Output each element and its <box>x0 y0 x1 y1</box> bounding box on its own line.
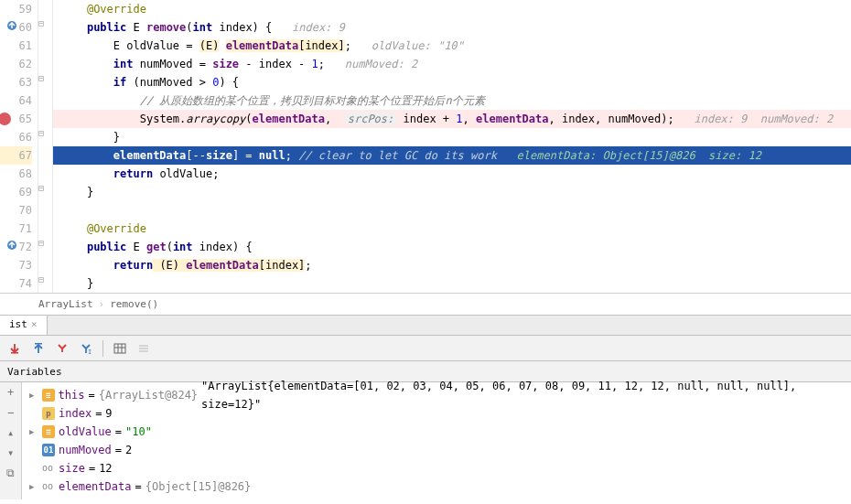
bottom-tabs: ist× <box>0 315 851 335</box>
move-up-icon[interactable]: ▴ <box>0 423 21 443</box>
close-icon[interactable]: × <box>31 318 38 330</box>
svg-text:I: I <box>88 349 92 355</box>
var-row: oosize = 12 <box>22 459 851 477</box>
breadcrumb-item[interactable]: remove() <box>110 298 158 310</box>
variables-panel: + − ▴ ▾ ⧉ ▶≡this = {ArrayList@824} "Arra… <box>0 382 851 499</box>
code-area[interactable]: @Override public E remove(int index) { i… <box>53 0 851 293</box>
tab-ist[interactable]: ist× <box>0 316 48 335</box>
step-cursor-icon[interactable]: I <box>79 341 93 356</box>
glasses-icon: oo <box>42 459 55 477</box>
field-icon: ≡ <box>42 425 55 438</box>
svg-rect-5 <box>114 344 125 353</box>
breadcrumb[interactable]: ArrayList›remove() <box>0 293 851 315</box>
copy-icon[interactable]: ⧉ <box>0 463 21 483</box>
fold-gutter: ⊟⊟⊟⊟⊟⊟ <box>38 0 53 293</box>
svg-rect-3 <box>35 343 42 345</box>
step-up-icon[interactable] <box>31 341 46 356</box>
debug-toolbar: I <box>0 335 851 360</box>
var-row: ▶ooelementData = {Object[15]@826} <box>22 477 851 496</box>
var-row: ▶≡this = {ArrayList@824} "ArrayList{elem… <box>22 386 851 404</box>
override-icon <box>6 240 17 251</box>
remove-watch-icon[interactable]: − <box>0 402 21 423</box>
step-down-icon[interactable] <box>7 341 22 356</box>
list-icon[interactable] <box>136 341 151 356</box>
code-editor[interactable]: 59 60 61 62 63 64 65 66 67 68 69 70 71 7… <box>0 0 851 293</box>
var-row: 01numMoved = 2 <box>22 441 851 459</box>
breakpoint-icon[interactable] <box>0 113 11 125</box>
add-watch-icon[interactable]: + <box>0 382 21 402</box>
variables-sidebar: + − ▴ ▾ ⧉ <box>0 382 22 499</box>
step-into-icon[interactable] <box>55 341 70 356</box>
param-icon: p <box>42 407 55 420</box>
field-icon: ≡ <box>42 389 55 402</box>
int-icon: 01 <box>42 444 55 456</box>
glasses-icon: oo <box>42 477 55 496</box>
line-number-gutter: 59 60 61 62 63 64 65 66 67 68 69 70 71 7… <box>0 0 38 293</box>
variables-tree[interactable]: ▶≡this = {ArrayList@824} "ArrayList{elem… <box>22 382 851 499</box>
table-icon[interactable] <box>113 341 127 356</box>
breadcrumb-item[interactable]: ArrayList <box>38 298 93 310</box>
override-icon <box>6 20 17 31</box>
svg-rect-2 <box>11 352 18 354</box>
var-row: ▶≡oldValue = "10" <box>22 423 851 441</box>
move-down-icon[interactable]: ▾ <box>0 443 21 463</box>
